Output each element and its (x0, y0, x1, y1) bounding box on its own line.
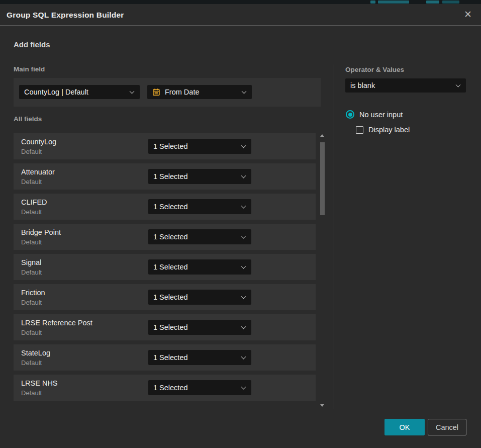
operator-select-value: is blank (350, 81, 375, 89)
field-row: CLIFED Default 1 Selected (14, 194, 316, 220)
field-name: LRSE NHS (21, 379, 58, 387)
main-field-select-value: From Date (165, 88, 200, 96)
field-name: StateLog (21, 349, 50, 357)
field-subtitle: Default (21, 178, 42, 186)
field-name: LRSE Reference Post (21, 319, 92, 327)
field-selected-value: 1 Selected (153, 233, 188, 241)
field-subtitle: Default (21, 299, 42, 306)
field-row: Friction Default 1 Selected (14, 284, 316, 310)
field-subtitle: Default (21, 148, 42, 155)
main-layer-select[interactable]: CountyLog | Default (19, 85, 140, 99)
main-field-panel: CountyLog | Default From Date (14, 78, 321, 107)
scrollbar-thumb[interactable] (320, 142, 325, 215)
background-app-strip (0, 0, 481, 4)
field-row: StateLog Default 1 Selected (14, 344, 316, 371)
field-subtitle: Default (21, 268, 42, 276)
field-selected-value: 1 Selected (153, 293, 188, 301)
chevron-down-icon (241, 294, 246, 299)
chevron-down-icon (456, 82, 461, 87)
field-name: CountyLog (21, 138, 56, 146)
field-selected-value: 1 Selected (153, 323, 188, 331)
cancel-button[interactable]: Cancel (428, 419, 466, 435)
ok-button[interactable]: OK (384, 419, 425, 435)
operator-values-heading: Operator & Values (345, 66, 404, 73)
chevron-down-icon (241, 354, 246, 360)
all-fields-label: All fields (14, 115, 42, 123)
scroll-down-arrow-icon[interactable] (320, 404, 324, 407)
dialog-header: Group SQL Expression Builder ✕ (0, 4, 481, 26)
chevron-down-icon (241, 264, 246, 269)
no-user-input-label: No user input (359, 111, 403, 119)
field-selected-dropdown[interactable]: 1 Selected (148, 320, 251, 335)
background-fragment (370, 1, 375, 4)
main-field-select[interactable]: From Date (147, 85, 252, 99)
background-fragment (442, 1, 459, 4)
chevron-down-icon (241, 204, 246, 209)
field-name: Attenuator (21, 168, 55, 176)
field-row: LRSE Reference Post Default 1 Selected (14, 314, 316, 340)
field-subtitle: Default (21, 359, 42, 367)
vertical-divider (334, 64, 334, 409)
field-row: CountyLog Default 1 Selected (14, 133, 316, 159)
chevron-down-icon (241, 385, 246, 390)
background-fragment (378, 1, 409, 4)
field-selected-dropdown[interactable]: 1 Selected (148, 229, 251, 244)
field-name: Bridge Point (21, 228, 61, 236)
radio-checked-icon[interactable] (346, 110, 354, 119)
field-row: Signal Default 1 Selected (14, 254, 316, 280)
field-row: LRSE NHS Default 1 Selected (14, 375, 316, 401)
chevron-down-icon (241, 324, 246, 329)
screen: Group SQL Expression Builder ✕ Add field… (0, 0, 481, 448)
chevron-down-icon (241, 143, 246, 148)
field-name: Signal (21, 258, 41, 266)
chevron-down-icon (241, 234, 246, 239)
main-field-label: Main field (14, 65, 45, 73)
fields-scrollbar[interactable] (319, 133, 326, 408)
field-selected-dropdown[interactable]: 1 Selected (148, 290, 251, 305)
display-label-label: Display label (368, 126, 410, 134)
field-selected-value: 1 Selected (153, 263, 188, 271)
group-sql-expression-builder-dialog: Group SQL Expression Builder ✕ Add field… (0, 4, 481, 448)
checkbox-unchecked-icon[interactable] (356, 126, 363, 134)
chevron-down-icon (241, 173, 246, 178)
field-row: Bridge Point Default 1 Selected (14, 224, 316, 250)
field-name: CLIFED (21, 198, 47, 206)
main-layer-select-value: CountyLog | Default (24, 88, 88, 96)
field-subtitle: Default (21, 329, 42, 336)
operator-select[interactable]: is blank (345, 78, 466, 93)
field-subtitle: Default (21, 208, 42, 216)
field-selected-value: 1 Selected (153, 172, 188, 181)
field-selected-dropdown[interactable]: 1 Selected (148, 350, 251, 365)
display-label-checkbox[interactable]: Display label (356, 126, 410, 134)
chevron-down-icon (130, 89, 135, 94)
close-icon[interactable]: ✕ (462, 9, 474, 21)
field-selected-dropdown[interactable]: 1 Selected (148, 139, 251, 154)
field-selected-dropdown[interactable]: 1 Selected (148, 199, 251, 214)
field-selected-value: 1 Selected (153, 142, 188, 150)
field-row: Attenuator Default 1 Selected (14, 163, 316, 190)
field-name: Friction (21, 289, 45, 297)
field-selected-dropdown[interactable]: 1 Selected (148, 169, 251, 184)
field-subtitle: Default (21, 389, 42, 397)
calendar-icon (152, 88, 160, 96)
field-selected-value: 1 Selected (153, 203, 188, 211)
scroll-up-arrow-icon[interactable] (320, 134, 324, 137)
field-selected-dropdown[interactable]: 1 Selected (148, 380, 251, 395)
field-selected-value: 1 Selected (153, 353, 188, 362)
field-selected-value: 1 Selected (153, 384, 188, 392)
field-selected-dropdown[interactable]: 1 Selected (148, 259, 251, 275)
background-fragment (426, 1, 439, 4)
all-fields-list: CountyLog Default 1 Selected Attenuator … (14, 133, 316, 405)
no-user-input-radio[interactable]: No user input (346, 110, 403, 119)
add-fields-heading: Add fields (14, 40, 50, 49)
dialog-title: Group SQL Expression Builder (7, 4, 124, 26)
chevron-down-icon (242, 89, 247, 94)
field-subtitle: Default (21, 238, 42, 246)
